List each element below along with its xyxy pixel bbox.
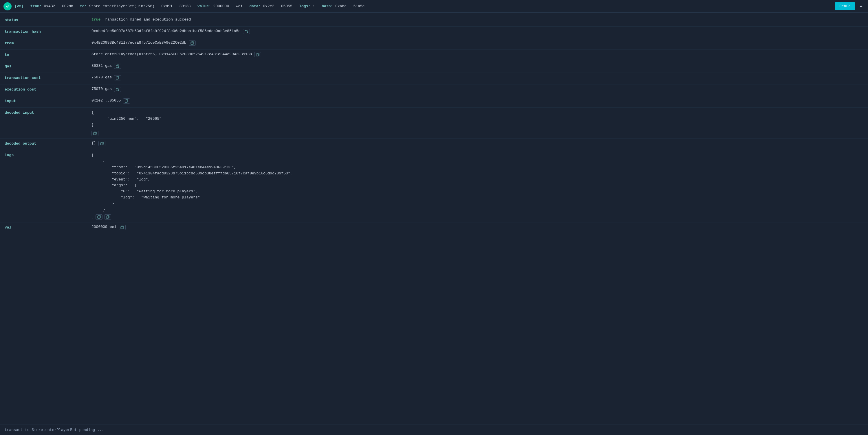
input-copy-button[interactable] bbox=[123, 98, 130, 104]
exec-cost-unit: gas bbox=[105, 87, 112, 91]
svg-rect-9 bbox=[98, 216, 100, 219]
data-value: 0x2e2...05055 bbox=[263, 4, 292, 8]
svg-rect-6 bbox=[125, 100, 127, 102]
copy-all-icon bbox=[106, 215, 110, 219]
gas-unit: gas bbox=[105, 64, 112, 68]
pending-text: transact to Store.enterPlayerBet pending… bbox=[5, 428, 104, 432]
copy-icon bbox=[120, 226, 124, 229]
logs-args-log-val: "Waiting for more players" bbox=[141, 195, 200, 200]
from-row: from 0x4B20993Bc481177ec7E8f571ceCaE8A9e… bbox=[0, 38, 868, 50]
copy-icon bbox=[93, 132, 97, 135]
status-value: true Transaction mined and execution suc… bbox=[92, 18, 863, 22]
tx-hash-label: transaction hash bbox=[5, 29, 92, 34]
bottom-status-bar: transact to Store.enterPlayerBet pending… bbox=[0, 425, 868, 435]
to-copy-button[interactable] bbox=[254, 52, 261, 57]
value-label: value: bbox=[197, 4, 211, 8]
exec-cost-value-container: 75070 gas bbox=[92, 87, 863, 92]
tx-hash-row: transaction hash 0xabc4fcc5d007a687b63df… bbox=[0, 27, 868, 38]
from-value: 0x4B2...C02db bbox=[44, 4, 73, 8]
decoded-output-row: decoded output {} bbox=[0, 138, 868, 150]
tx-cost-row: transaction cost 75070 gas bbox=[0, 73, 868, 85]
decoded-input-copy-button[interactable] bbox=[92, 131, 98, 136]
decoded-output-copy-button[interactable] bbox=[98, 141, 105, 146]
copy-icon bbox=[100, 142, 104, 145]
to-value: Store.enterPlayerBet(uint256) bbox=[89, 4, 155, 8]
svg-rect-8 bbox=[100, 143, 103, 145]
exec-cost-label: execution cost bbox=[5, 87, 92, 92]
header-bar: [vm] from: 0x4B2...C02db to: Store.enter… bbox=[0, 0, 868, 13]
svg-rect-0 bbox=[245, 31, 247, 33]
tx-cost-label: transaction cost bbox=[5, 75, 92, 80]
value-unit: wei bbox=[236, 4, 243, 8]
hash-short: 0xabc...51a5c bbox=[335, 4, 365, 8]
logs-close-row: ] bbox=[92, 214, 292, 220]
logs-event-val: "log", bbox=[137, 177, 150, 181]
logs-json: [ { "from": "0x9d145CCE52D386f254917e481… bbox=[92, 153, 292, 220]
tx-hash-value-container: 0xabc4fcc5d007a687b63dfbf8fa9f924f8c06c2… bbox=[92, 29, 863, 34]
tx-hash-copy-button[interactable] bbox=[243, 29, 250, 34]
copy-icon bbox=[97, 215, 101, 219]
svg-rect-7 bbox=[94, 132, 96, 135]
svg-rect-2 bbox=[256, 54, 258, 56]
gas-value-container: 86331 gas bbox=[92, 64, 863, 69]
copy-icon bbox=[245, 30, 248, 33]
logs-args-close: } bbox=[112, 201, 114, 206]
logs-value-container: [ { "from": "0x9d145CCE52D386f254917e481… bbox=[92, 153, 863, 220]
logs-count: 1 bbox=[313, 4, 315, 8]
from-copy-button[interactable] bbox=[189, 40, 196, 46]
decoded-input-key: "uint256 num": bbox=[107, 116, 139, 121]
logs-row: logs [ { "from": "0x9d145CCE52D386f25491… bbox=[0, 150, 868, 223]
from-address: 0x4B20993Bc481177ec7E8f571ceCaE8A9e22C02… bbox=[92, 40, 186, 45]
val-unit: wei bbox=[110, 225, 116, 229]
debug-button[interactable]: Debug bbox=[835, 2, 855, 10]
decoded-input-json: { "uint256 num": "20565" } bbox=[92, 110, 161, 128]
input-value: 0x2e2...05055 bbox=[92, 98, 121, 103]
exec-cost-value: 75070 bbox=[92, 87, 103, 91]
to-contract: Store.enterPlayerBet(uint256) bbox=[92, 52, 157, 57]
svg-rect-5 bbox=[116, 89, 118, 91]
decoded-input-label: decoded input bbox=[5, 110, 92, 115]
tx-cost-unit: gas bbox=[105, 75, 112, 79]
logs-topic-val: "0x41304facd9323d75b11bcdd609cb38effffdb… bbox=[137, 171, 292, 175]
decoded-input-indent bbox=[92, 116, 105, 121]
val-value-container: 2000000 wei bbox=[92, 225, 863, 230]
tx-cost-value-container: 75070 gas bbox=[92, 75, 863, 80]
logs-copy-button-1[interactable] bbox=[96, 214, 102, 220]
header-text: [vm] from: 0x4B2...C02db to: Store.enter… bbox=[14, 4, 365, 8]
decoded-input-space bbox=[141, 116, 144, 121]
to-row: to Store.enterPlayerBet(uint256) 0x9145C… bbox=[0, 50, 868, 61]
gas-copy-button[interactable] bbox=[114, 64, 121, 69]
logs-from-val: "0x9d145CCE52D386f254917e481eB44e9943F39… bbox=[134, 165, 236, 169]
val-copy-button[interactable] bbox=[119, 225, 126, 230]
logs-label: logs bbox=[5, 153, 92, 157]
logs-close: ] bbox=[92, 214, 94, 220]
gas-value: 86331 bbox=[92, 64, 103, 68]
to-label: to: bbox=[80, 4, 87, 8]
exec-cost-copy-button[interactable] bbox=[114, 87, 121, 92]
logs-copy-button-2[interactable] bbox=[104, 214, 111, 220]
logs-args-0-val: "Waiting for more players", bbox=[137, 189, 198, 194]
logs-args-open: { bbox=[134, 183, 137, 188]
to-value-container: Store.enterPlayerBet(uint256) 0x9145CCE5… bbox=[92, 52, 863, 57]
logs-args-0-key: "0": bbox=[121, 189, 130, 194]
hash-value: 0xd91...39138 bbox=[161, 4, 190, 8]
svg-rect-4 bbox=[116, 77, 118, 79]
svg-rect-10 bbox=[106, 216, 108, 219]
decoded-output-value-container: {} bbox=[92, 141, 863, 146]
logs-inner-close: } bbox=[103, 207, 105, 212]
exec-cost-row: execution cost 75070 gas bbox=[0, 85, 868, 96]
svg-rect-3 bbox=[116, 65, 118, 68]
logs-args-log-key: "log": bbox=[121, 195, 134, 200]
status-label: status bbox=[5, 18, 92, 22]
decoded-input-close-line: } bbox=[92, 123, 98, 127]
logs-event-key: "event": bbox=[112, 177, 130, 181]
decoded-input-open: { bbox=[92, 110, 94, 115]
success-icon bbox=[3, 2, 11, 10]
status-bool: true bbox=[92, 18, 100, 22]
vm-tag: [vm] bbox=[14, 4, 24, 8]
val-value: 2000000 bbox=[92, 225, 107, 229]
chevron-up-button[interactable] bbox=[858, 3, 865, 10]
copy-icon bbox=[256, 53, 259, 57]
tx-cost-copy-button[interactable] bbox=[114, 75, 121, 80]
data-label: data: bbox=[249, 4, 260, 8]
